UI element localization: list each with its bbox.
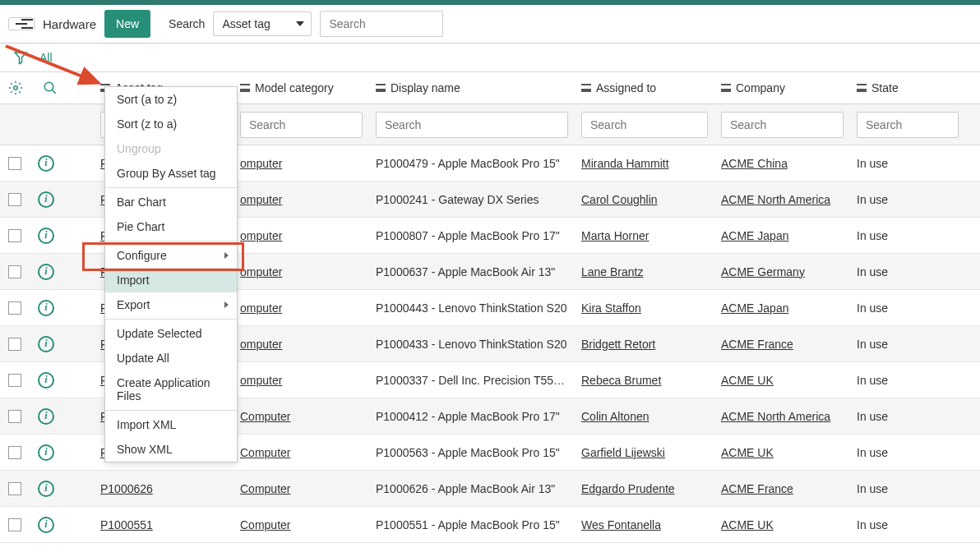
- company-link[interactable]: ACME France: [721, 338, 793, 351]
- row-checkbox[interactable]: [8, 301, 21, 315]
- info-icon[interactable]: i: [38, 372, 54, 389]
- menu-configure[interactable]: Configure: [105, 243, 237, 268]
- company-link[interactable]: ACME China: [721, 157, 788, 170]
- column-header-model-category[interactable]: Model category: [233, 72, 369, 104]
- assigned-to-link[interactable]: Carol Coughlin: [581, 193, 658, 206]
- row-checkbox[interactable]: [8, 518, 21, 531]
- menu-bar-chart[interactable]: Bar Chart: [105, 190, 237, 214]
- info-icon[interactable]: i: [38, 517, 54, 533]
- column-menu-icon: [857, 84, 867, 92]
- info-icon[interactable]: i: [38, 481, 54, 497]
- company-link[interactable]: ACME UK: [721, 446, 774, 459]
- column-menu-icon: [721, 84, 731, 92]
- search-display-name[interactable]: [376, 112, 568, 138]
- row-checkbox[interactable]: [8, 157, 21, 170]
- assigned-to-link[interactable]: Colin Altonen: [581, 410, 649, 423]
- new-button[interactable]: New: [104, 10, 150, 38]
- model-category-link[interactable]: Computer: [240, 482, 290, 495]
- menu-import[interactable]: Import: [105, 268, 237, 292]
- company-link[interactable]: ACME France: [721, 482, 793, 495]
- company-link[interactable]: ACME Germany: [721, 265, 805, 278]
- row-checkbox[interactable]: [8, 265, 21, 278]
- assigned-to-link[interactable]: Lane Brantz: [581, 265, 644, 278]
- menu-pie-chart[interactable]: Pie Chart: [105, 214, 237, 239]
- company-link[interactable]: ACME Japan: [721, 301, 788, 315]
- company-link[interactable]: ACME North America: [721, 193, 830, 206]
- display-name-cell: P1000412 - Apple MacBook Pro 17": [369, 410, 575, 423]
- model-category-link[interactable]: omputer: [240, 157, 282, 170]
- info-icon[interactable]: i: [38, 228, 54, 244]
- model-category-link[interactable]: omputer: [240, 193, 282, 206]
- menu-import-xml[interactable]: Import XML: [105, 412, 237, 437]
- row-checkbox[interactable]: [8, 410, 21, 423]
- display-name-cell: P1000443 - Lenovo ThinkStation S20: [369, 301, 575, 315]
- model-category-link[interactable]: omputer: [240, 301, 282, 315]
- column-header-assigned-to[interactable]: Assigned to: [575, 72, 714, 104]
- assigned-to-link[interactable]: Miranda Hammitt: [581, 157, 669, 170]
- row-checkbox[interactable]: [8, 193, 21, 206]
- info-icon[interactable]: i: [38, 336, 54, 352]
- info-icon[interactable]: i: [38, 408, 54, 425]
- row-checkbox[interactable]: [8, 338, 21, 351]
- asset-tag-link[interactable]: P1000551: [100, 518, 153, 531]
- company-link[interactable]: ACME Japan: [721, 229, 788, 242]
- menu-update-all[interactable]: Update All: [105, 346, 237, 370]
- search-assigned-to[interactable]: [581, 112, 708, 138]
- search-field-select[interactable]: Asset tag: [213, 12, 312, 36]
- info-icon[interactable]: i: [38, 264, 54, 280]
- info-icon[interactable]: i: [38, 300, 54, 316]
- model-category-link[interactable]: omputer: [240, 229, 282, 242]
- column-header-display-name[interactable]: Display name: [369, 72, 575, 104]
- state-cell: In use: [850, 301, 965, 315]
- table-row: iP1000551ComputerP1000551 - Apple MacBoo…: [0, 507, 980, 543]
- asset-tag-link[interactable]: P1000626: [100, 482, 153, 495]
- search-state[interactable]: [857, 112, 959, 138]
- column-header-company[interactable]: Company: [714, 72, 850, 104]
- display-name-cell: P1000626 - Apple MacBook Air 13": [369, 482, 575, 495]
- row-checkbox[interactable]: [8, 446, 21, 459]
- search-company[interactable]: [721, 112, 844, 138]
- menu-show-xml[interactable]: Show XML: [105, 437, 237, 462]
- info-icon[interactable]: i: [38, 191, 54, 208]
- row-checkbox[interactable]: [8, 482, 21, 495]
- info-icon[interactable]: i: [38, 155, 54, 172]
- menu-sort-za[interactable]: Sort (z to a): [105, 112, 237, 136]
- row-checkbox[interactable]: [8, 374, 21, 387]
- menu-sort-az[interactable]: Sort (a to z): [105, 87, 237, 112]
- assigned-to-link[interactable]: Bridgett Retort: [581, 338, 655, 351]
- gear-icon[interactable]: [8, 80, 23, 95]
- search-input[interactable]: [320, 11, 443, 37]
- model-category-link[interactable]: Computer: [240, 518, 290, 531]
- menu-group-by[interactable]: Group By Asset tag: [105, 161, 237, 186]
- company-link[interactable]: ACME UK: [721, 518, 774, 531]
- filter-icon[interactable]: [13, 50, 28, 65]
- assigned-to-link[interactable]: Kira Staffon: [581, 301, 641, 315]
- company-link[interactable]: ACME North America: [721, 410, 830, 423]
- menu-update-selected[interactable]: Update Selected: [105, 321, 237, 346]
- assigned-to-link[interactable]: Marta Horner: [581, 229, 649, 242]
- menu-separator: [105, 410, 237, 411]
- menu-separator: [105, 187, 237, 188]
- page-title: Hardware: [43, 17, 96, 31]
- filter-all-link[interactable]: All: [39, 51, 53, 64]
- model-category-link[interactable]: omputer: [240, 338, 282, 351]
- assigned-to-link[interactable]: Rebeca Brumet: [581, 374, 661, 387]
- menu-create-app-files[interactable]: Create Application Files: [105, 370, 237, 408]
- row-checkbox[interactable]: [8, 229, 21, 242]
- model-category-link[interactable]: omputer: [240, 265, 282, 278]
- assigned-to-link[interactable]: Garfield Lijewski: [581, 446, 665, 459]
- search-model-category[interactable]: [240, 112, 363, 138]
- model-category-link[interactable]: omputer: [240, 374, 282, 387]
- menu-export[interactable]: Export: [105, 292, 237, 317]
- assigned-to-link[interactable]: Edgardo Prudente: [581, 482, 675, 495]
- search-icon[interactable]: [43, 80, 58, 95]
- model-category-link[interactable]: Computer: [240, 410, 290, 423]
- info-icon[interactable]: i: [38, 444, 54, 461]
- list-menu-button[interactable]: [8, 17, 35, 30]
- state-cell: In use: [850, 446, 965, 459]
- column-header-state[interactable]: State: [850, 72, 965, 104]
- display-name-cell: P1000337 - Dell Inc. Precision T5500 Wor…: [369, 374, 575, 387]
- company-link[interactable]: ACME UK: [721, 374, 774, 387]
- assigned-to-link[interactable]: Wes Fontanella: [581, 518, 661, 531]
- model-category-link[interactable]: Computer: [240, 446, 290, 459]
